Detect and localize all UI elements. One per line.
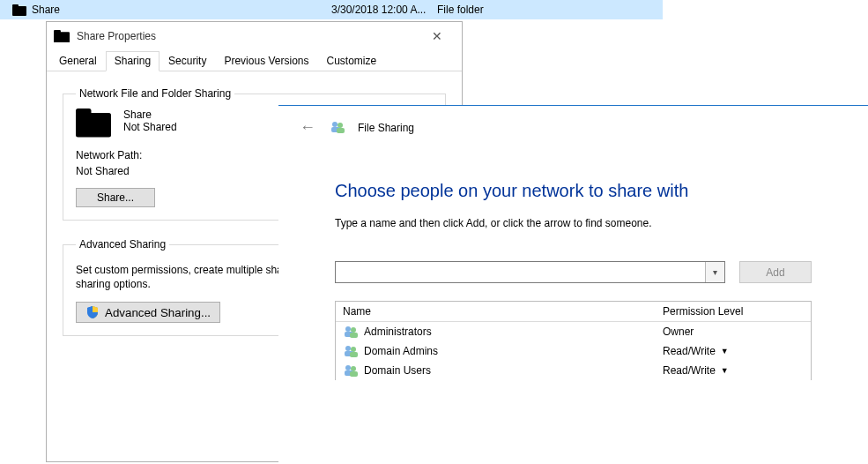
file-type: File folder xyxy=(437,4,484,16)
table-row[interactable]: Domain UsersRead/Write▼ xyxy=(336,361,811,380)
permission-level[interactable]: Read/Write▼ xyxy=(663,364,804,377)
uac-shield-icon xyxy=(85,305,100,319)
tab-customize[interactable]: Customize xyxy=(317,51,385,71)
file-name: Share xyxy=(32,4,331,16)
column-header-name[interactable]: Name xyxy=(343,305,663,318)
principal-name: Domain Admins xyxy=(364,345,438,357)
tabstrip: General Sharing Security Previous Versio… xyxy=(47,50,462,71)
share-button[interactable]: Share... xyxy=(76,188,155,207)
column-header-permission[interactable]: Permission Level xyxy=(663,305,804,318)
window-title: Share Properties xyxy=(77,30,419,42)
add-button[interactable]: Add xyxy=(739,261,812,283)
file-sharing-instruction: Type a name and then click Add, or click… xyxy=(335,217,812,229)
chevron-down-icon[interactable]: ▼ xyxy=(721,347,729,355)
folder-icon xyxy=(76,109,111,138)
close-icon[interactable]: ✕ xyxy=(419,29,455,43)
table-row[interactable]: AdministratorsOwner xyxy=(336,322,811,341)
folder-icon xyxy=(54,30,70,43)
group-network-sharing-title: Network File and Folder Sharing xyxy=(76,87,234,100)
group-advanced-sharing-title: Advanced Sharing xyxy=(76,238,169,251)
group-icon xyxy=(343,363,359,378)
advanced-sharing-button-label: Advanced Sharing... xyxy=(105,306,211,319)
tab-general[interactable]: General xyxy=(50,51,106,71)
group-icon xyxy=(343,344,359,358)
name-input[interactable] xyxy=(336,262,705,282)
chevron-down-icon[interactable]: ▾ xyxy=(705,262,724,282)
tab-sharing[interactable]: Sharing xyxy=(106,51,160,71)
tab-security[interactable]: Security xyxy=(160,51,215,71)
explorer-selected-row[interactable]: Share 3/30/2018 12:00 A... File folder xyxy=(0,0,663,19)
item-status: Not Shared xyxy=(123,121,177,133)
chevron-down-icon[interactable]: ▼ xyxy=(721,366,729,375)
permission-level[interactable]: Read/Write▼ xyxy=(663,345,804,357)
folder-icon xyxy=(12,4,26,16)
group-icon xyxy=(330,120,345,136)
share-table: Name Permission Level AdministratorsOwne… xyxy=(335,301,812,380)
file-sharing-headline: Choose people on your network to share w… xyxy=(335,181,812,201)
table-row[interactable]: Domain AdminsRead/Write▼ xyxy=(336,341,811,361)
permission-level: Owner xyxy=(663,326,804,338)
principal-name: Administrators xyxy=(364,326,432,338)
principal-name: Domain Users xyxy=(364,364,431,377)
file-sharing-header-title: File Sharing xyxy=(358,122,414,134)
file-date: 3/30/2018 12:00 A... xyxy=(331,4,437,16)
advanced-sharing-button[interactable]: Advanced Sharing... xyxy=(76,302,220,323)
group-icon xyxy=(343,325,359,339)
tab-previous-versions[interactable]: Previous Versions xyxy=(215,51,317,71)
back-arrow-icon[interactable]: ← xyxy=(298,118,317,137)
file-sharing-window: ← File Sharing Choose people on your net… xyxy=(278,105,868,464)
titlebar[interactable]: Share Properties ✕ xyxy=(47,22,462,50)
name-combobox[interactable]: ▾ xyxy=(335,261,725,283)
item-name: Share xyxy=(123,109,177,121)
